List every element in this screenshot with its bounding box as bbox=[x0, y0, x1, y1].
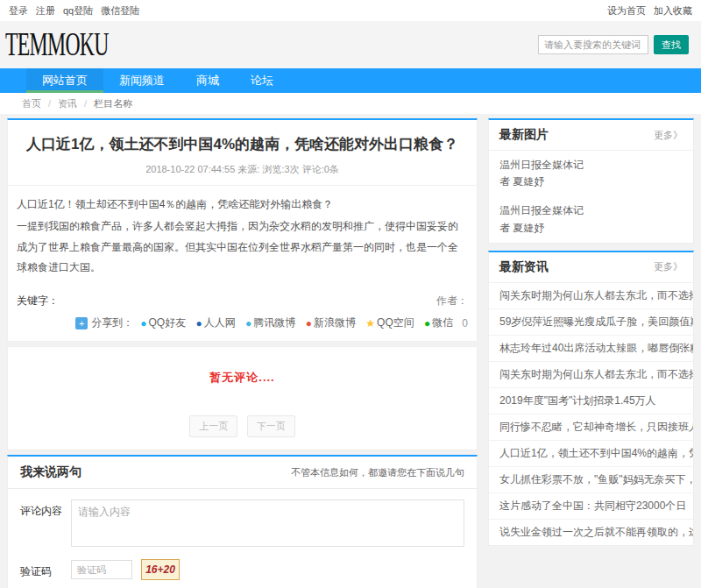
latest-news-list: 闯关东时期为何山东人都去东北，而不选择去 59岁倪萍近照曝光瘦成瓜子脸，美回颜值… bbox=[489, 283, 693, 545]
breadcrumb-current: 栏目名称 bbox=[94, 97, 132, 110]
nav-item[interactable]: 论坛 bbox=[235, 68, 289, 93]
share-service-icon bbox=[196, 318, 202, 329]
keywords-row: 关键字： 作者： bbox=[8, 285, 477, 310]
share-item-label: QQ空间 bbox=[377, 315, 414, 330]
captcha-image[interactable]: 16+20 bbox=[141, 559, 180, 580]
nav-item[interactable]: 商城 bbox=[181, 68, 235, 93]
share-item[interactable]: QQ空间 bbox=[365, 315, 414, 330]
share-item[interactable]: 微信 bbox=[424, 315, 453, 330]
breadcrumb: 首页 / 资讯 / 栏目名称 bbox=[0, 93, 701, 114]
news-list-item[interactable]: 林志玲年过40出席活动太辣眼，嘟唇倒张粉 bbox=[489, 336, 693, 362]
latest-news-title: 最新资讯 bbox=[499, 259, 549, 275]
keywords-label: 关键字： bbox=[17, 294, 59, 308]
share-item[interactable]: 人人网 bbox=[196, 315, 236, 330]
topbar-link[interactable]: qq登陆 bbox=[63, 5, 93, 16]
article-panel: 人口近1亿，领土还不到中国4%的越南，凭啥还能对外出口粮食？ 2018-10-2… bbox=[7, 118, 478, 342]
article-title: 人口近1亿，领土还不到中国4%的越南，凭啥还能对外出口粮食？ bbox=[25, 134, 459, 155]
news-list-item[interactable]: 59岁倪萍近照曝光瘦成瓜子脸，美回颜值巅 bbox=[489, 309, 693, 336]
share-items: QQ好友 人人网 腾讯微博 bbox=[133, 315, 453, 330]
next-page-button[interactable]: 下一页 bbox=[247, 415, 295, 437]
captcha-input[interactable] bbox=[71, 560, 132, 579]
latest-images-more-link[interactable]: 更多》 bbox=[654, 129, 683, 142]
comment-content-row: 评论内容 bbox=[8, 489, 477, 549]
share-label: 分享到： bbox=[91, 315, 133, 330]
breadcrumb-section[interactable]: 资讯 bbox=[58, 97, 77, 110]
search-input[interactable] bbox=[538, 35, 648, 54]
latest-images-list: 温州日报全媒体记者 夏婕妤 温州日报全媒体记者 夏婕妤 bbox=[489, 151, 693, 243]
image-list-item[interactable]: 温州日报全媒体记者 夏婕妤 bbox=[489, 151, 693, 196]
site-header: TEMMOKU 查找 bbox=[0, 21, 701, 68]
image-caption: 温州日报全媒体记者 夏婕妤 bbox=[499, 157, 592, 190]
author-label: 作者： bbox=[436, 294, 468, 308]
latest-news-header: 最新资讯 更多》 bbox=[489, 252, 693, 283]
share-item-label: 人人网 bbox=[204, 315, 236, 330]
comment-form-header: 我来说两句 不管本信息如何，都邀请您在下面说几句 bbox=[8, 457, 477, 489]
share-item[interactable]: QQ好友 bbox=[140, 315, 186, 330]
share-item-label: QQ好友 bbox=[148, 315, 186, 330]
topbar-link[interactable]: 微信登陆 bbox=[101, 5, 139, 16]
comment-content-label: 评论内容 bbox=[20, 499, 71, 547]
captcha-row: 验证码 16+20 bbox=[8, 549, 477, 584]
main-nav: 网站首页 新闻频道 商城 论坛 bbox=[0, 68, 701, 93]
comments-panel: 暂无评论.... 上一页 下一页 bbox=[7, 346, 478, 450]
news-list-item[interactable]: 这片感动了全中国：共同相守23000个日 bbox=[489, 493, 693, 520]
share-item-label: 新浪微博 bbox=[314, 315, 356, 330]
share-service-icon bbox=[306, 318, 312, 329]
comment-form-title: 我来说两句 bbox=[20, 464, 81, 480]
share-count: 0 bbox=[462, 317, 468, 329]
topbar-link[interactable]: 加入收藏 bbox=[654, 5, 692, 16]
content-area: 人口近1亿，领土还不到中国4%的越南，凭啥还能对外出口粮食？ 2018-10-2… bbox=[0, 114, 701, 588]
share-item-label: 微信 bbox=[432, 315, 453, 330]
share-service-icon bbox=[365, 318, 375, 329]
latest-images-panel: 最新图片 更多》 温州日报全媒体记者 夏婕妤 温州日报全媒体记者 夏婕妤 bbox=[488, 118, 694, 244]
breadcrumb-home[interactable]: 首页 bbox=[22, 97, 41, 110]
news-list-item[interactable]: 闯关东时期为何山东人都去东北，而不选择去 bbox=[489, 283, 693, 309]
topbar-site-links: 设为首页加入收藏 bbox=[599, 4, 692, 18]
article-header: 人口近1亿，领土还不到中国4%的越南，凭啥还能对外出口粮食？ 2018-10-2… bbox=[8, 120, 477, 186]
prev-page-button[interactable]: 上一页 bbox=[189, 415, 237, 437]
image-caption: 温州日报全媒体记者 夏婕妤 bbox=[499, 202, 592, 236]
latest-images-header: 最新图片 更多》 bbox=[489, 120, 693, 151]
share-item-label: 腾讯微博 bbox=[253, 315, 295, 330]
topbar-link[interactable]: 登录 bbox=[9, 5, 28, 16]
news-list-item[interactable]: 说失业金领过一次之后就不能再领取的，这一 bbox=[489, 520, 693, 545]
search-button[interactable]: 查找 bbox=[654, 35, 689, 54]
breadcrumb-separator: / bbox=[84, 98, 87, 109]
share-item[interactable]: 腾讯微博 bbox=[245, 315, 295, 330]
topbar-link[interactable]: 设为首页 bbox=[607, 5, 646, 16]
share-service-icon bbox=[424, 318, 430, 329]
news-list-item[interactable]: 2019年度"国考"计划招录1.45万人 bbox=[489, 388, 693, 414]
news-list-item[interactable]: 女儿抓住彩票不放，"鱼贩"妈妈无奈买下， bbox=[489, 467, 693, 493]
breadcrumb-separator: / bbox=[48, 98, 51, 109]
nav-item[interactable]: 网站首页 bbox=[26, 68, 103, 93]
topbar-link[interactable]: 注册 bbox=[36, 5, 55, 16]
news-list-item[interactable]: 同行惨不忍睹，它却神奇增长，只因接班人自 bbox=[489, 414, 693, 441]
comment-content-input[interactable] bbox=[71, 499, 464, 547]
article-meta: 2018-10-22 07:44:55 来源: 浏览:3次 评论:0条 bbox=[25, 163, 459, 176]
site-logo[interactable]: TEMMOKU bbox=[5, 26, 109, 62]
image-list-item[interactable]: 温州日报全媒体记者 夏婕妤 bbox=[489, 196, 693, 242]
share-row: + 分享到： QQ好友 人人网 bbox=[8, 310, 477, 341]
news-list-item[interactable]: 闯关东时期为何山东人都去东北，而不选择去 bbox=[489, 362, 693, 388]
topbar: 登录注册qq登陆微信登陆 设为首页加入收藏 bbox=[0, 0, 701, 21]
sidebar: 最新图片 更多》 温州日报全媒体记者 夏婕妤 温州日报全媒体记者 夏婕妤 最新资… bbox=[488, 118, 694, 546]
share-plus-icon[interactable]: + bbox=[75, 317, 88, 329]
main-column: 人口近1亿，领土还不到中国4%的越南，凭啥还能对外出口粮食？ 2018-10-2… bbox=[7, 118, 478, 588]
comment-form-subtitle: 不管本信息如何，都邀请您在下面说几句 bbox=[291, 466, 464, 479]
comment-form-panel: 我来说两句 不管本信息如何，都邀请您在下面说几句 评论内容 验证码 16+20 … bbox=[7, 455, 478, 588]
news-list-item[interactable]: 人口近1亿，领土还不到中国4%的越南，凭 bbox=[489, 441, 693, 467]
article-paragraph: 一提到我国的粮食产品，许多人都会竖起大拇指，因为杂交水稻的发明和推广，使得中国妥… bbox=[17, 216, 468, 278]
share-service-icon bbox=[140, 318, 146, 329]
article-paragraph: 人口近1亿！领土却还不到中国4％的越南，凭啥还能对外输出粮食？ bbox=[17, 195, 468, 215]
search-bar: 查找 bbox=[538, 35, 689, 54]
share-service-icon bbox=[245, 318, 251, 329]
latest-images-title: 最新图片 bbox=[499, 127, 549, 143]
topbar-auth-links: 登录注册qq登陆微信登陆 bbox=[9, 4, 147, 18]
pagination: 上一页 下一页 bbox=[8, 415, 477, 437]
nav-item[interactable]: 新闻频道 bbox=[103, 68, 181, 93]
latest-news-more-link[interactable]: 更多》 bbox=[654, 260, 683, 273]
latest-news-panel: 最新资讯 更多》 闯关东时期为何山东人都去东北，而不选择去 59岁倪萍近照曝光瘦… bbox=[488, 251, 694, 546]
share-item[interactable]: 新浪微博 bbox=[306, 315, 356, 330]
captcha-label: 验证码 bbox=[20, 560, 71, 579]
submit-row: 提交 bbox=[8, 584, 477, 588]
